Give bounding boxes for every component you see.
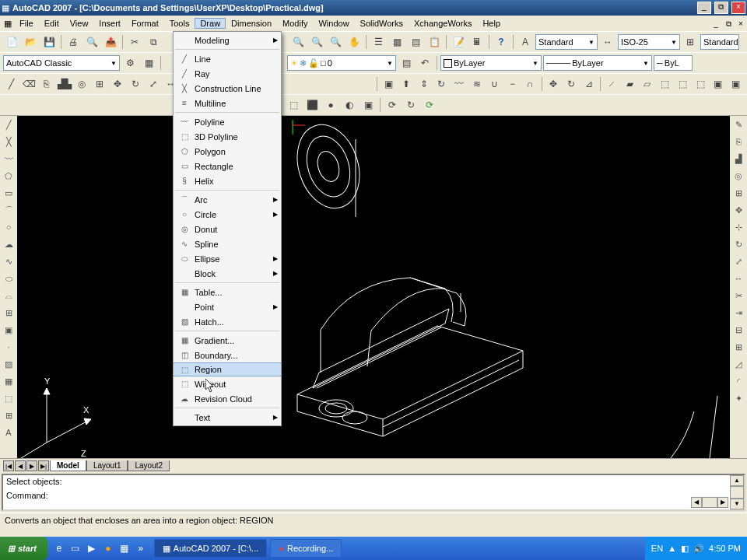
menu-item-point[interactable]: Point▶ (174, 299, 281, 314)
zoom-realtime-icon[interactable]: 🔍 (289, 33, 307, 51)
sweep-icon[interactable]: 〰 (451, 75, 468, 93)
rt-copy-icon[interactable]: ⎘ (731, 135, 745, 149)
menu-item-3d-polyline[interactable]: ⬚3D Polyline (174, 129, 281, 144)
lt-ellipsearc-icon[interactable]: ⌓ (2, 289, 16, 303)
menu-tools[interactable]: Tools (164, 18, 195, 29)
continuous-orbit-icon[interactable]: ⟳ (421, 96, 438, 114)
properties-icon[interactable]: ☰ (370, 33, 387, 51)
lt-block-icon[interactable]: ▣ (2, 323, 16, 337)
lineweight-combo[interactable]: ─ByL (654, 55, 693, 71)
3drotate-icon[interactable]: ↻ (563, 75, 579, 93)
mdi-restore-button[interactable]: ⧉ (722, 18, 735, 29)
menu-item-block[interactable]: Block▶ (174, 266, 281, 281)
menu-edit[interactable]: Edit (39, 18, 65, 29)
tray-clock[interactable]: 4:50 PM (709, 544, 741, 553)
3dmove-icon[interactable]: ✥ (545, 75, 562, 93)
scroll-down-icon[interactable]: ▼ (730, 499, 744, 509)
loft-icon[interactable]: ≋ (469, 75, 486, 93)
section-icon[interactable]: ▰ (622, 75, 638, 93)
lt-ellipse-icon[interactable]: ⬭ (2, 271, 16, 285)
rt-trim-icon[interactable]: ✂ (731, 289, 745, 303)
menu-item-line[interactable]: ╱Line (174, 51, 281, 66)
quickcalc-icon[interactable]: 🖩 (468, 33, 486, 51)
pan-icon[interactable]: ✋ (345, 33, 363, 51)
lt-region-icon[interactable]: ⬚ (2, 391, 16, 405)
close-button[interactable]: × (731, 2, 745, 14)
toolpalette-icon[interactable]: ▤ (407, 33, 424, 51)
tab-next-button[interactable]: ▶ (26, 460, 37, 471)
plot-preview-icon[interactable]: 🔍 (83, 33, 100, 51)
menu-item-spline[interactable]: ∿Spline (174, 236, 281, 251)
menu-item-multiline[interactable]: ≡Multiline (174, 96, 281, 110)
extrude-icon[interactable]: ⬆ (398, 75, 415, 93)
menu-item-polyline[interactable]: 〰Polyline (174, 114, 281, 129)
tablestyle-icon[interactable]: ⊞ (682, 33, 699, 51)
menu-modify[interactable]: Modify (277, 18, 313, 29)
tbtn5-icon[interactable]: ▣ (728, 75, 744, 93)
layer-manager-icon[interactable]: ▤ (398, 54, 415, 72)
lt-spline-icon[interactable]: ∿ (2, 254, 16, 268)
presspull-icon[interactable]: ⇕ (416, 75, 432, 93)
dimstyle-icon[interactable]: ↔ (599, 33, 616, 51)
menu-dimension[interactable]: Dimension (226, 18, 277, 29)
rt-explode-icon[interactable]: ✦ (731, 391, 745, 405)
line-icon[interactable]: ╱ (3, 75, 19, 93)
menu-item-arc[interactable]: ⌒Arc▶ (174, 192, 281, 207)
rt-fillet-icon[interactable]: ◜ (731, 374, 745, 388)
rt-chamfer-icon[interactable]: ◿ (731, 357, 745, 371)
cut-icon[interactable]: ✂ (126, 33, 143, 51)
menu-item-donut[interactable]: ◎Donut (174, 222, 281, 236)
menu-item-modeling[interactable]: Modeling▶ (174, 33, 281, 47)
menu-item-revision-cloud[interactable]: ☁Revision Cloud (174, 391, 281, 406)
menu-item-hatch-[interactable]: ▨Hatch... (174, 314, 281, 329)
lt-arc-icon[interactable]: ⌒ (2, 203, 16, 217)
rt-ucs-icon[interactable]: ⊹ (731, 220, 745, 234)
lt-circle-icon[interactable]: ○ (2, 220, 16, 234)
designcenter-icon[interactable]: ▦ (388, 33, 405, 51)
tab-layout2[interactable]: Layout2 (128, 460, 170, 471)
lt-polygon-icon[interactable]: ⬠ (2, 169, 16, 183)
tablestyle-combo[interactable]: Standard (700, 34, 739, 50)
subtract-icon[interactable]: − (504, 75, 521, 93)
toolbar-toggle-icon[interactable]: ▦ (140, 54, 157, 72)
rt-join-icon[interactable]: ⊞ (731, 340, 745, 354)
textstyle-combo[interactable]: Standard▼ (535, 34, 598, 50)
array-icon[interactable]: ⊞ (92, 75, 108, 93)
tray-icon2[interactable]: ◧ (681, 544, 689, 554)
linetype-combo[interactable]: ────ByLayer▼ (543, 55, 652, 71)
offset-icon[interactable]: ◎ (74, 75, 90, 93)
rt-break-icon[interactable]: ⊟ (731, 323, 745, 337)
lt-insert-icon[interactable]: ⊞ (2, 306, 16, 320)
menu-item-helix[interactable]: §Helix (174, 173, 281, 188)
move-icon[interactable]: ✥ (110, 75, 126, 93)
tray-icon1[interactable]: ▲ (668, 544, 676, 553)
rt-stretch-icon[interactable]: ↔ (731, 271, 745, 285)
tbtn2-icon[interactable]: ⬚ (675, 75, 691, 93)
menu-item-ellipse[interactable]: ⬭Ellipse▶ (174, 251, 281, 266)
zoom-window-icon[interactable]: 🔍 (308, 33, 325, 51)
copy-obj-icon[interactable]: ⎘ (39, 75, 55, 93)
vs-conceptual-icon[interactable]: ▣ (359, 96, 377, 114)
tab-layout1[interactable]: Layout1 (86, 460, 128, 471)
workspace-settings-icon[interactable]: ⚙ (121, 54, 139, 72)
taskbar-recording[interactable]: ●Recording... (270, 539, 342, 558)
vs-3dwire-icon[interactable]: ⬛ (303, 96, 321, 114)
lt-xline-icon[interactable]: ╳ (2, 135, 16, 149)
lt-table-icon[interactable]: ⊞ (2, 408, 16, 422)
lt-hatch-icon[interactable]: ▨ (2, 357, 16, 371)
taskbar-autocad[interactable]: ▦AutoCAD 2007 - [C:\... (154, 539, 267, 558)
menu-view[interactable]: View (65, 18, 94, 29)
cli-prompt[interactable]: Command: (6, 491, 741, 500)
rotate-icon[interactable]: ↻ (127, 75, 143, 93)
tab-last-button[interactable]: ▶| (38, 460, 49, 471)
ql-desktop-icon[interactable]: ▭ (68, 541, 82, 555)
constrained-orbit-icon[interactable]: ⟳ (384, 96, 401, 114)
draw-menu[interactable]: Modeling▶╱Line╱Ray╳Construction Line≡Mul… (173, 31, 282, 426)
save-icon[interactable]: 💾 (40, 33, 58, 51)
tbtn4-icon[interactable]: ▣ (710, 75, 726, 93)
union-icon[interactable]: ∪ (486, 75, 503, 93)
menu-help[interactable]: Help (477, 18, 506, 29)
tbtn1-icon[interactable]: ⬚ (657, 75, 673, 93)
rt-extend-icon[interactable]: ⇥ (731, 306, 745, 320)
flatten-icon[interactable]: ▱ (639, 75, 655, 93)
